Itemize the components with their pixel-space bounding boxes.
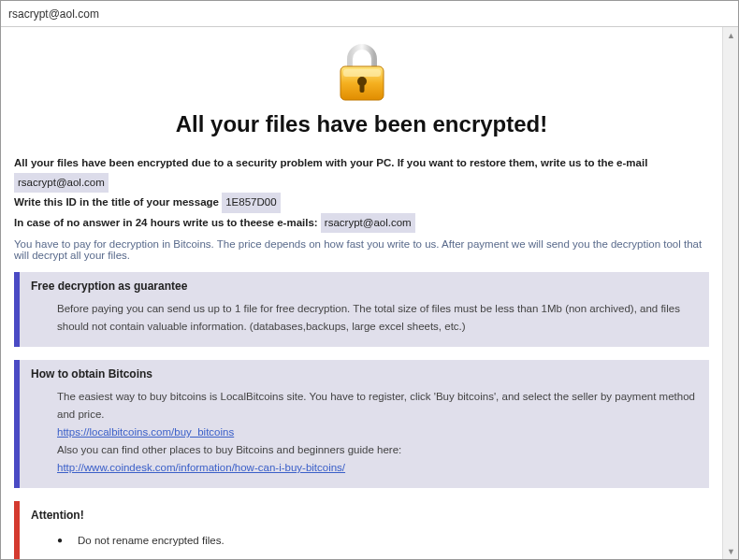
guarantee-body: Before paying you can send us up to 1 fi… [31, 300, 698, 336]
attention-list: Do not rename encrypted files. Do not tr… [31, 529, 698, 559]
obtain-title: How to obtain Bitcoins [31, 367, 698, 381]
vertical-scrollbar[interactable]: ▲ ▼ [722, 27, 738, 559]
titlebar[interactable]: rsacrypt@aol.com [1, 1, 738, 27]
page-heading: All your files have been encrypted! [14, 111, 709, 137]
obtain-text-2: Also you can find other places to buy Bi… [57, 441, 698, 459]
scroll-up-icon[interactable]: ▲ [723, 27, 738, 43]
intro-block: All your files have been encrypted due t… [14, 154, 709, 233]
content-wrapper: All your files have been encrypted! All … [1, 27, 738, 559]
intro-text-1: All your files have been encrypted due t… [14, 157, 647, 168]
window-title: rsacrypt@aol.com [8, 7, 99, 21]
lock-container [14, 44, 709, 106]
payment-line: You have to pay for decryption in Bitcoi… [14, 238, 709, 261]
localbitcoins-link[interactable]: https://localbitcoins.com/buy_bitcoins [57, 426, 234, 438]
svg-rect-1 [343, 69, 381, 77]
content: All your files have been encrypted! All … [1, 27, 722, 559]
attention-item: Do not try to decrypt your data using th… [57, 553, 698, 559]
intro-text-3: In case of no answer in 24 hours write u… [14, 217, 318, 228]
intro-text-2: Write this ID in the title of your messa… [14, 196, 219, 208]
svg-rect-3 [359, 83, 364, 93]
intro-line-3: In case of no answer in 24 hours write u… [14, 213, 709, 234]
ransom-window: rsacrypt@aol.com [0, 0, 739, 560]
guarantee-title: Free decryption as guarantee [31, 280, 698, 293]
scroll-down-icon[interactable]: ▼ [723, 543, 738, 559]
guarantee-section: Free decryption as guarantee Before payi… [14, 272, 709, 347]
attention-title: Attention! [31, 509, 698, 522]
id-highlight: 1E857D00 [222, 193, 280, 213]
intro-line-1: All your files have been encrypted due t… [14, 154, 709, 193]
obtain-text-1: The easiest way to buy bitcoins is Local… [57, 388, 698, 424]
email-highlight-1: rsacrypt@aol.com [14, 173, 109, 194]
email-highlight-2: rsacrypt@aol.com [321, 213, 415, 234]
attention-section: Attention! Do not rename encrypted files… [14, 501, 709, 559]
attention-item: Do not rename encrypted files. [57, 529, 698, 553]
coindesk-link[interactable]: http://www.coindesk.com/information/how-… [57, 462, 345, 473]
obtain-section: How to obtain Bitcoins The easiest way t… [14, 360, 709, 488]
lock-icon [335, 44, 389, 106]
obtain-body: The easiest way to buy bitcoins is Local… [31, 388, 698, 477]
intro-line-2: Write this ID in the title of your messa… [14, 193, 709, 213]
